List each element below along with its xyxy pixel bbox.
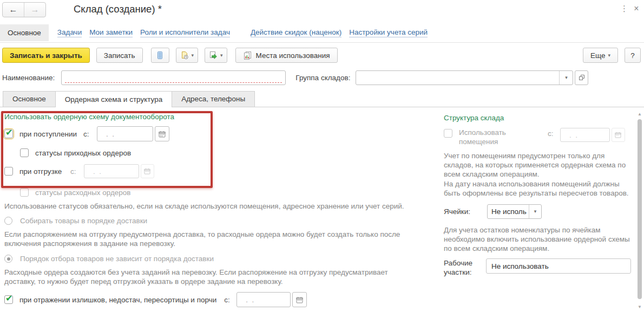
- surplus-calendar-button[interactable]: [292, 292, 307, 307]
- receipt-row: ✔ при поступлении с:: [4, 126, 420, 141]
- name-label: Наименование:: [2, 74, 55, 82]
- receipt-date-input[interactable]: [97, 126, 153, 141]
- warehouse-create-window: ← → Склад (создание) * ⋮ × Основное Зада…: [0, 0, 644, 311]
- back-button[interactable]: ←: [3, 3, 24, 17]
- usage-report-icon: [243, 51, 252, 60]
- group-open-button[interactable]: [575, 70, 588, 85]
- cells-dropdown-button[interactable]: ▾: [529, 205, 541, 218]
- more-menu-icon[interactable]: ⋮: [620, 4, 628, 14]
- work-areas-field[interactable]: Не использовать: [486, 258, 631, 274]
- receipt-checkbox[interactable]: ✔: [4, 129, 13, 138]
- shipment-label: при отгрузке: [19, 167, 64, 176]
- nav-link-roles[interactable]: Роли и исполнители задач: [140, 28, 230, 37]
- premises-checkbox[interactable]: [444, 129, 452, 138]
- places-of-use-button[interactable]: Места использования: [235, 48, 338, 63]
- save-button[interactable]: Записать: [96, 48, 143, 63]
- nav-link-tasks[interactable]: Задачи: [57, 28, 82, 37]
- shipment-statuses-row: статусы расходных ордеров: [20, 188, 420, 197]
- create-based-on-button[interactable]: ▾: [176, 48, 199, 63]
- close-icon[interactable]: ×: [632, 4, 641, 14]
- nav-link-discounts[interactable]: Действие скидок (наценок): [251, 28, 341, 37]
- nav-link-my-notes[interactable]: Мои заметки: [89, 28, 133, 37]
- name-input[interactable]: [61, 70, 286, 85]
- work-areas-label: Рабочие участки:: [444, 258, 486, 277]
- warehouse-structure-section: Структура склада Использовать помещения …: [444, 107, 638, 277]
- nav-item-main[interactable]: Основное: [0, 24, 49, 41]
- premises-label: Использовать помещения: [459, 128, 525, 146]
- shipment-statuses-checkbox[interactable]: [20, 188, 29, 197]
- cells-select[interactable]: Не исполь ▾: [487, 204, 542, 219]
- shipment-checkbox[interactable]: [4, 167, 13, 176]
- surplus-checkbox[interactable]: ✔: [4, 295, 13, 304]
- shipment-from-label: с:: [70, 167, 76, 176]
- shipment-calendar-button[interactable]: [141, 164, 154, 178]
- more-label: Еще: [590, 51, 605, 60]
- pick-independent-radio[interactable]: [4, 255, 12, 263]
- check-icon: ✔: [5, 293, 12, 303]
- history-nav-group: ← →: [2, 2, 46, 17]
- name-field-wrap: [61, 70, 286, 85]
- cells-row: Ячейки: Не исполь ▾: [444, 204, 638, 219]
- statuses-note: Использование статусов обязательно, если…: [4, 202, 420, 211]
- surplus-from-label: с:: [224, 296, 230, 304]
- chevron-down-icon: ▾: [220, 53, 223, 58]
- cells-note: Для учета остатков номенклатуры по ячейк…: [444, 225, 634, 253]
- group-input[interactable]: [356, 71, 559, 85]
- surplus-label: при отражении излишков, недостач, пересо…: [19, 296, 216, 304]
- premises-note-2: На дату начала использования помещений д…: [444, 179, 634, 198]
- premises-date-input[interactable]: [560, 128, 610, 142]
- chevron-down-icon: ▾: [192, 53, 194, 58]
- group-combo: ▾: [356, 70, 573, 85]
- shipment-date-input[interactable]: [84, 164, 139, 178]
- premises-row: Использовать помещения с:: [444, 128, 638, 146]
- tab-order-scheme[interactable]: Ордерная схема и структура: [55, 91, 172, 107]
- group-dropdown-button[interactable]: ▾: [559, 71, 573, 85]
- group-label: Группа складов:: [295, 74, 350, 82]
- pick-by-delivery-radio[interactable]: [4, 217, 12, 225]
- order-scheme-title: Использовать ордерную схему документообо…: [4, 113, 420, 121]
- tab-main[interactable]: Основное: [3, 91, 56, 107]
- surplus-date-input[interactable]: [236, 292, 291, 307]
- vertical-scrollbar[interactable]: ▲ ▼: [636, 111, 643, 310]
- pick-independent-note: Расходные ордера создаются без учета зад…: [4, 268, 420, 286]
- nav-link-series-settings[interactable]: Настройки учета серий: [349, 28, 428, 37]
- forward-button[interactable]: →: [24, 3, 45, 17]
- register-icon: [156, 51, 164, 60]
- more-button[interactable]: Еще ▾: [583, 48, 618, 63]
- forward-arrow-icon: →: [31, 5, 40, 15]
- save-and-close-button[interactable]: Записать и закрыть: [2, 48, 90, 63]
- scrollbar-thumb[interactable]: [638, 119, 642, 299]
- structure-title: Структура склада: [444, 114, 638, 122]
- copy-icon: [209, 51, 218, 60]
- calendar-icon: [296, 296, 303, 303]
- tab-bar: Основное Ордерная схема и структура Адре…: [0, 92, 644, 107]
- pick-independent-label: Порядок отбора товаров не зависит от пор…: [20, 255, 214, 263]
- scroll-down-icon[interactable]: ▼: [636, 303, 643, 310]
- toolbar: Записать и закрыть Записать ▾ ▾: [0, 47, 644, 64]
- calendar-icon: [615, 132, 621, 138]
- receipt-statuses-checkbox[interactable]: [20, 148, 29, 157]
- order-scheme-section: Использовать ордерную схему документообо…: [4, 107, 420, 307]
- places-of-use-label: Места использования: [256, 51, 330, 60]
- shipment-statuses-label: статусы расходных ордеров: [35, 189, 131, 197]
- scroll-up-icon[interactable]: ▲: [636, 111, 643, 117]
- receipt-calendar-button[interactable]: [155, 126, 169, 141]
- premises-note-1: Учет по помещениям предусмотрен только д…: [444, 151, 634, 179]
- tab-addresses[interactable]: Адреса, телефоны: [172, 91, 255, 107]
- receipt-label: при поступлении: [19, 130, 77, 138]
- copy-button[interactable]: ▾: [205, 48, 227, 63]
- section-nav: Основное Задачи Мои заметки Роли и испол…: [0, 23, 644, 43]
- premises-calendar-button[interactable]: [612, 128, 625, 142]
- help-button[interactable]: ?: [625, 48, 641, 63]
- register-records-button[interactable]: [151, 48, 169, 63]
- check-icon: ✔: [5, 127, 12, 138]
- receipt-statuses-label: статусы приходных ордеров: [35, 149, 131, 157]
- tab-content: Использовать ордерную схему документообо…: [0, 107, 644, 311]
- receipt-statuses-row: статусы приходных ордеров: [20, 148, 420, 157]
- pick-by-delivery-note: Если распоряжением на отгрузку предусмот…: [4, 230, 420, 248]
- pick-by-delivery-row: Собирать товары в порядке доставки: [4, 217, 420, 225]
- header-fields-row: Наименование: Группа складов: ▾: [2, 70, 644, 85]
- document-history-icon: [180, 51, 189, 60]
- cells-label: Ячейки:: [444, 208, 487, 216]
- calendar-icon: [144, 168, 150, 174]
